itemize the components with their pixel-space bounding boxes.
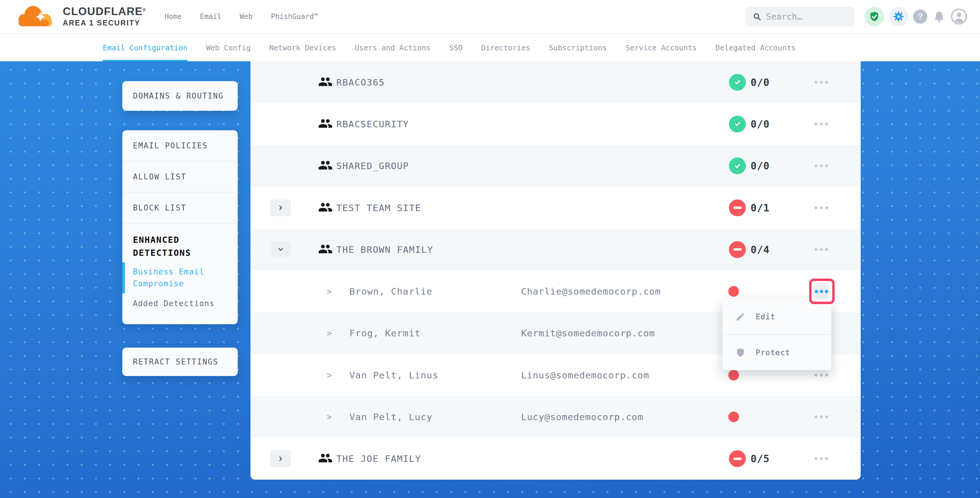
groups-table: RBACO365 0/0 RBACSECURITY 0/0: [250, 61, 861, 480]
tab-subscriptions[interactable]: Subscriptions: [549, 34, 607, 61]
member-chevron: >: [327, 328, 332, 338]
sidebar-link-label: Business Email Compromise: [133, 267, 205, 288]
sidebar-item-allow-list[interactable]: ALLOW LIST: [122, 161, 238, 193]
tab-users-and-actions[interactable]: Users and Actions: [355, 34, 431, 61]
protection-count: 0/1: [751, 202, 770, 214]
sidebar-item-domains-routing[interactable]: DOMAINS & ROUTING: [122, 81, 238, 111]
group-people-icon: [318, 452, 333, 465]
table-row-group[interactable]: RBACSECURITY 0/0: [250, 103, 861, 145]
sidebar-label: DOMAINS & ROUTING: [133, 91, 224, 100]
group-people-icon: [318, 118, 333, 130]
top-header: CLOUDFLARE® AREA 1 SECURITY Home Email W…: [0, 0, 980, 34]
group-name: SHARED_GROUP: [336, 161, 409, 171]
settings-gear-icon[interactable]: [889, 7, 908, 26]
protection-count: 0/0: [751, 118, 770, 130]
nav-phishguard[interactable]: PhishGuard™: [271, 13, 318, 21]
table-row-group[interactable]: TEST TEAM SITE 0/1: [250, 187, 861, 229]
menu-item-protect[interactable]: Protect: [722, 334, 831, 370]
member-email: Lucy@somedemocorp.com: [521, 412, 643, 422]
sidebar-label: RETRACT SETTINGS: [133, 357, 218, 366]
account-icon[interactable]: [951, 9, 967, 25]
member-email: Linus@somedemocorp.com: [521, 370, 649, 380]
row-actions-menu-button[interactable]: [815, 248, 828, 251]
group-people-icon: [318, 243, 333, 256]
search-input[interactable]: [766, 11, 848, 22]
minus-icon: [733, 207, 742, 209]
member-chevron: >: [327, 412, 332, 422]
nav-email[interactable]: Email: [200, 13, 221, 21]
group-name: TEST TEAM SITE: [336, 202, 421, 213]
group-name: RBACO365: [336, 77, 385, 88]
tab-directories[interactable]: Directories: [481, 34, 530, 61]
group-people-icon: [318, 76, 333, 89]
cloudflare-cloud-icon: [15, 2, 60, 31]
tab-network-devices[interactable]: Network Devices: [269, 34, 336, 61]
active-indicator-bar: [122, 263, 125, 293]
row-actions-menu-button[interactable]: [815, 206, 828, 209]
table-row-group[interactable]: SHARED_GROUP 0/0: [250, 145, 861, 187]
chevron-down-icon: [277, 246, 284, 253]
header-icons: ?: [864, 7, 967, 26]
brand-subtitle: AREA 1 SECURITY: [63, 19, 146, 27]
search-box[interactable]: [746, 7, 854, 26]
member-name: Frog, Kermit: [349, 328, 421, 339]
row-actions-menu-button[interactable]: [815, 81, 828, 84]
group-people-icon: [318, 159, 333, 172]
alert-dot: [728, 412, 739, 422]
table-row-group[interactable]: THE JOE FAMILY 0/5: [250, 438, 861, 480]
nav-web[interactable]: Web: [240, 13, 253, 21]
member-name: Van Pelt, Linus: [349, 370, 439, 380]
tab-email-configuration[interactable]: Email Configuration: [103, 34, 188, 61]
content-canvas: DOMAINS & ROUTING EMAIL POLICIES ALLOW L…: [0, 61, 980, 498]
protection-count: 0/5: [751, 453, 770, 465]
row-actions-menu-button[interactable]: [815, 123, 828, 126]
tab-sso[interactable]: SSO: [449, 34, 463, 61]
sidebar-item-added-detections[interactable]: Added Detections: [122, 294, 238, 314]
menu-item-edit[interactable]: Edit: [722, 299, 831, 334]
table-row-group[interactable]: THE BROWN FAMILY 0/4: [250, 229, 861, 270]
sidebar-item-business-email-compromise[interactable]: Business Email Compromise: [122, 261, 238, 294]
notifications-bell-icon[interactable]: [932, 10, 946, 24]
nav-home[interactable]: Home: [165, 13, 182, 21]
protection-count: 0/0: [751, 160, 770, 172]
member-name: Van Pelt, Lucy: [349, 412, 433, 422]
table-row-member[interactable]: > Van Pelt, Lucy Lucy@somedemocorp.com: [250, 396, 861, 438]
cloudflare-logo[interactable]: CLOUDFLARE® AREA 1 SECURITY: [15, 2, 146, 31]
row-actions-menu-button[interactable]: [815, 415, 828, 418]
member-name: Brown, Charlie: [349, 286, 433, 297]
member-email: Kermit@somedemocorp.com: [521, 328, 655, 339]
status-badge-ok: [729, 158, 746, 174]
brand-name: CLOUDFLARE®: [63, 6, 146, 17]
sidebar-item-email-policies[interactable]: EMAIL POLICIES: [122, 130, 238, 161]
shield-check-icon[interactable]: [864, 7, 884, 26]
row-actions-menu-button[interactable]: [815, 457, 828, 460]
sidebar-item-retract-settings[interactable]: RETRACT SETTINGS: [122, 348, 238, 376]
primary-nav: Home Email Web PhishGuard™: [165, 13, 318, 21]
status-badge-ok: [729, 74, 746, 91]
help-icon[interactable]: ?: [913, 10, 927, 24]
tab-delegated-accounts[interactable]: Delegated Accounts: [715, 34, 795, 61]
row-actions-menu-button-open[interactable]: [812, 282, 830, 301]
minus-icon: [733, 248, 742, 251]
search-icon: [752, 11, 761, 22]
expand-row-button[interactable]: [270, 199, 291, 216]
brand-text: CLOUDFLARE® AREA 1 SECURITY: [63, 6, 146, 27]
secondary-nav: Email Configuration Web Config Network D…: [0, 34, 980, 61]
expand-row-button[interactable]: [270, 450, 291, 467]
status-badge-blocked: [729, 241, 746, 258]
collapse-row-button[interactable]: [270, 241, 291, 258]
protection-count: 0/4: [751, 243, 770, 256]
status-badge-ok: [729, 116, 746, 132]
status-badge-blocked: [729, 450, 746, 467]
row-actions-menu-button[interactable]: [815, 374, 828, 377]
tab-service-accounts[interactable]: Service Accounts: [625, 34, 697, 61]
row-actions-menu-button[interactable]: [815, 164, 828, 167]
sidebar-heading-enhanced-detections: ENHANCED DETECTIONS: [122, 224, 238, 261]
sidebar-item-block-list[interactable]: BLOCK LIST: [122, 193, 238, 224]
alert-dot: [728, 370, 739, 380]
tab-web-config[interactable]: Web Config: [206, 34, 251, 61]
table-row-group[interactable]: RBACO365 0/0: [250, 61, 861, 103]
group-name: THE BROWN FAMILY: [336, 244, 433, 255]
member-chevron: >: [327, 286, 332, 296]
minus-icon: [733, 457, 742, 460]
